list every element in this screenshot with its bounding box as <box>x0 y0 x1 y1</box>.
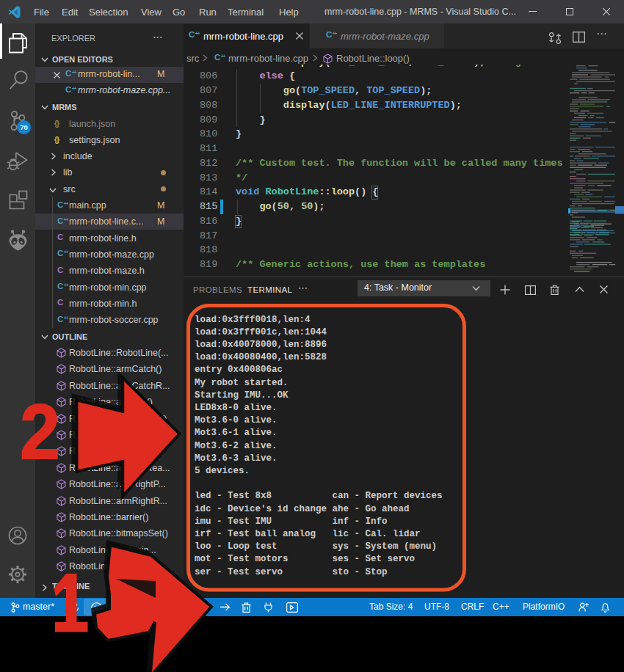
svg-text:70: 70 <box>20 123 28 131</box>
